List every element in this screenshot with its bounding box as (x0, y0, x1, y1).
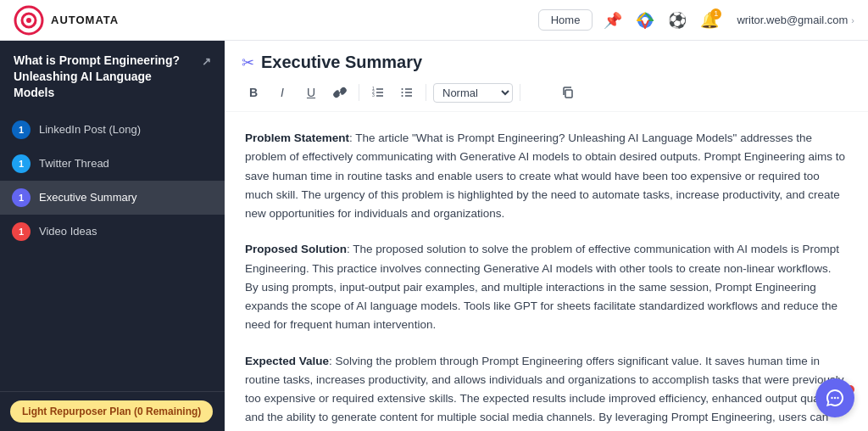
chat-bubble[interactable] (815, 378, 854, 417)
editor-title-row: ✂ Executive Summary (242, 53, 851, 72)
ordered-list-button[interactable]: 123 (366, 81, 390, 104)
problem-paragraph: Problem Statement: The article "What is … (245, 129, 848, 223)
solution-paragraph: Proposed Solution: The proposed solution… (245, 240, 848, 334)
logo-text: AUTOMATA (51, 14, 119, 26)
unordered-list-button[interactable] (395, 81, 419, 104)
sidebar-footer: Light Repurposer Plan (0 Remaining) (0, 391, 225, 431)
svg-point-17 (402, 95, 403, 97)
notification-badge: 1 (710, 8, 721, 20)
svg-point-15 (402, 88, 403, 90)
sidebar: What is Prompt Engineering? Unleashing A… (0, 41, 225, 431)
underline-button[interactable]: U (299, 81, 323, 104)
problem-label: Problem Statement (245, 132, 349, 144)
linkedin-badge: 1 (12, 120, 31, 139)
sidebar-items: 1 LinkedIn Post (Long) 1 Twitter Thread … (0, 109, 225, 391)
svg-text:3: 3 (372, 92, 375, 98)
sidebar-item-video-label: Video Ideas (39, 225, 97, 238)
user-email: writor.web@gmail.com (737, 14, 848, 26)
plan-badge[interactable]: Light Repurposer Plan (0 Remaining) (10, 400, 213, 423)
sidebar-title-text: What is Prompt Engineering? Unleashing A… (14, 53, 195, 101)
editor-title: Executive Summary (261, 53, 422, 72)
sidebar-item-exec-label: Executive Summary (39, 191, 137, 204)
app-header: AUTOMATA Home 📌 ⚽ 🔔 1 writor.web@gmail.c… (0, 0, 868, 41)
sidebar-item-twitter-label: Twitter Thread (39, 157, 109, 170)
sidebar-item-linkedin-label: LinkedIn Post (Long) (39, 123, 141, 136)
editor-toolbar: B I U 123 Normal Heading 1 Heading 2 (242, 81, 851, 104)
logo-area: AUTOMATA (14, 5, 119, 36)
content-area: ✂ Executive Summary B I U 123 N (225, 41, 868, 431)
toolbar-separator-3 (520, 84, 520, 101)
logo-icon (14, 5, 44, 36)
svg-point-2 (26, 18, 31, 23)
pin-icon[interactable]: 📌 (601, 8, 625, 32)
exec-badge: 1 (12, 188, 31, 207)
copy-button[interactable] (556, 81, 580, 104)
sidebar-item-video[interactable]: 1 Video Ideas (0, 215, 225, 249)
format-button[interactable] (527, 81, 551, 104)
value-paragraph: Expected Value: Solving the problem thro… (245, 352, 848, 428)
editor-header: ✂ Executive Summary B I U 123 N (225, 41, 868, 112)
notification-icon[interactable]: 🔔 1 (698, 8, 721, 32)
svg-point-21 (837, 397, 838, 399)
sidebar-item-twitter[interactable]: 1 Twitter Thread (0, 147, 225, 181)
value-label: Expected Value (245, 355, 329, 367)
soccer-icon[interactable]: ⚽ (665, 8, 689, 32)
sidebar-item-linkedin[interactable]: 1 LinkedIn Post (Long) (0, 113, 225, 147)
video-badge: 1 (12, 222, 31, 241)
user-menu[interactable]: writor.web@gmail.com › (737, 14, 854, 26)
scissors-icon: ✂ (242, 53, 254, 72)
value-text: : Solving the problem through Prompt Eng… (245, 355, 844, 424)
italic-button[interactable]: I (270, 81, 294, 104)
sidebar-item-exec[interactable]: 1 Executive Summary (0, 181, 225, 215)
home-button[interactable]: Home (538, 9, 593, 31)
sidebar-title-area: What is Prompt Engineering? Unleashing A… (0, 41, 225, 109)
svg-point-16 (402, 92, 403, 93)
svg-point-20 (834, 397, 836, 399)
main-layout: What is Prompt Engineering? Unleashing A… (0, 41, 868, 431)
svg-rect-18 (565, 90, 572, 98)
solution-label: Proposed Solution (245, 243, 347, 255)
twitter-badge: 1 (12, 154, 31, 173)
external-link-icon[interactable]: ↗ (202, 54, 211, 70)
bold-button[interactable]: B (242, 81, 265, 104)
link-button[interactable] (328, 81, 352, 104)
toolbar-separator-1 (359, 84, 359, 101)
chevron-right-icon: › (851, 15, 854, 25)
style-select[interactable]: Normal Heading 1 Heading 2 (433, 83, 513, 103)
editor-body[interactable]: Problem Statement: The article "What is … (225, 112, 868, 431)
header-nav: Home 📌 ⚽ 🔔 1 writor.web@gmail.com › (538, 8, 854, 32)
solution-text: : The proposed solution to solve the pro… (245, 243, 839, 331)
chrome-icon[interactable] (633, 8, 657, 32)
svg-point-19 (831, 397, 832, 399)
problem-text: : The article "What is Prompt Engineerin… (245, 132, 845, 220)
toolbar-separator-2 (426, 84, 426, 101)
